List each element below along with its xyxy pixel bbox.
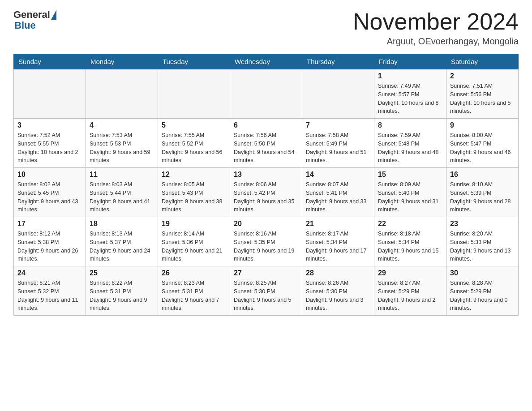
day-info: Sunrise: 8:23 AM Sunset: 5:31 PM Dayligh… <box>162 279 226 313</box>
calendar-cell: 21Sunrise: 8:17 AM Sunset: 5:34 PM Dayli… <box>302 217 374 266</box>
day-info: Sunrise: 7:51 AM Sunset: 5:56 PM Dayligh… <box>450 82 515 116</box>
logo: General Blue <box>13 9 56 31</box>
day-number: 3 <box>17 121 82 129</box>
day-info: Sunrise: 8:00 AM Sunset: 5:47 PM Dayligh… <box>450 131 515 165</box>
column-header-tuesday: Tuesday <box>158 54 230 69</box>
calendar-cell <box>302 69 374 119</box>
day-number: 14 <box>306 171 370 179</box>
day-number: 28 <box>306 269 370 277</box>
calendar-cell: 4Sunrise: 7:53 AM Sunset: 5:53 PM Daylig… <box>86 119 158 168</box>
day-info: Sunrise: 8:22 AM Sunset: 5:31 PM Dayligh… <box>90 279 154 313</box>
day-number: 10 <box>17 171 82 179</box>
day-number: 22 <box>378 220 442 228</box>
calendar-cell: 28Sunrise: 8:26 AM Sunset: 5:30 PM Dayli… <box>302 266 374 316</box>
column-header-monday: Monday <box>86 54 158 69</box>
day-number: 27 <box>234 269 298 277</box>
calendar-cell: 17Sunrise: 8:12 AM Sunset: 5:38 PM Dayli… <box>14 217 86 266</box>
day-number: 25 <box>90 269 154 277</box>
column-header-thursday: Thursday <box>302 54 374 69</box>
calendar-cell: 7Sunrise: 7:58 AM Sunset: 5:49 PM Daylig… <box>302 119 374 168</box>
day-info: Sunrise: 8:17 AM Sunset: 5:34 PM Dayligh… <box>306 230 370 263</box>
day-info: Sunrise: 7:53 AM Sunset: 5:53 PM Dayligh… <box>90 131 154 165</box>
day-info: Sunrise: 8:16 AM Sunset: 5:35 PM Dayligh… <box>234 230 298 263</box>
logo-general-text: General <box>13 9 50 21</box>
calendar-cell: 16Sunrise: 8:10 AM Sunset: 5:39 PM Dayli… <box>446 168 519 217</box>
calendar-week-row: 1Sunrise: 7:49 AM Sunset: 5:57 PM Daylig… <box>14 69 519 119</box>
day-number: 16 <box>450 171 515 179</box>
calendar-cell: 8Sunrise: 7:59 AM Sunset: 5:48 PM Daylig… <box>374 119 446 168</box>
calendar-cell: 22Sunrise: 8:18 AM Sunset: 5:34 PM Dayli… <box>374 217 446 266</box>
calendar-cell <box>14 69 86 119</box>
calendar-cell <box>86 69 158 119</box>
calendar-cell <box>230 69 302 119</box>
day-number: 18 <box>90 220 154 228</box>
logo-triangle-icon <box>51 10 56 20</box>
day-number: 6 <box>234 121 298 129</box>
calendar-cell: 10Sunrise: 8:02 AM Sunset: 5:45 PM Dayli… <box>14 168 86 217</box>
calendar-cell: 18Sunrise: 8:13 AM Sunset: 5:37 PM Dayli… <box>86 217 158 266</box>
day-number: 24 <box>17 269 82 277</box>
day-number: 17 <box>17 220 82 228</box>
day-info: Sunrise: 8:21 AM Sunset: 5:32 PM Dayligh… <box>17 279 82 313</box>
calendar-cell: 15Sunrise: 8:09 AM Sunset: 5:40 PM Dayli… <box>374 168 446 217</box>
day-info: Sunrise: 8:06 AM Sunset: 5:42 PM Dayligh… <box>234 180 298 214</box>
day-info: Sunrise: 8:20 AM Sunset: 5:33 PM Dayligh… <box>450 230 515 263</box>
calendar-header-row: SundayMondayTuesdayWednesdayThursdayFrid… <box>14 54 519 69</box>
day-number: 4 <box>90 121 154 129</box>
day-info: Sunrise: 8:27 AM Sunset: 5:29 PM Dayligh… <box>378 279 442 313</box>
calendar-week-row: 24Sunrise: 8:21 AM Sunset: 5:32 PM Dayli… <box>14 266 519 316</box>
day-info: Sunrise: 8:12 AM Sunset: 5:38 PM Dayligh… <box>17 230 82 263</box>
day-number: 1 <box>378 72 442 80</box>
subtitle: Arguut, OEvoerhangay, Mongolia <box>353 36 519 47</box>
day-number: 23 <box>450 220 515 228</box>
day-info: Sunrise: 7:52 AM Sunset: 5:55 PM Dayligh… <box>17 131 82 165</box>
day-number: 11 <box>90 171 154 179</box>
day-number: 5 <box>162 121 226 129</box>
day-number: 8 <box>378 121 442 129</box>
day-info: Sunrise: 8:26 AM Sunset: 5:30 PM Dayligh… <box>306 279 370 313</box>
day-info: Sunrise: 8:14 AM Sunset: 5:36 PM Dayligh… <box>162 230 226 263</box>
column-header-saturday: Saturday <box>446 54 519 69</box>
day-number: 29 <box>378 269 442 277</box>
day-info: Sunrise: 7:58 AM Sunset: 5:49 PM Dayligh… <box>306 131 370 165</box>
header: General Blue November 2024 Arguut, OEvoe… <box>13 9 519 47</box>
day-info: Sunrise: 8:07 AM Sunset: 5:41 PM Dayligh… <box>306 180 370 214</box>
calendar-cell: 1Sunrise: 7:49 AM Sunset: 5:57 PM Daylig… <box>374 69 446 119</box>
calendar-cell: 13Sunrise: 8:06 AM Sunset: 5:42 PM Dayli… <box>230 168 302 217</box>
logo-blue-text: Blue <box>14 20 36 31</box>
calendar-cell: 5Sunrise: 7:55 AM Sunset: 5:52 PM Daylig… <box>158 119 230 168</box>
calendar-cell: 30Sunrise: 8:28 AM Sunset: 5:29 PM Dayli… <box>446 266 519 316</box>
day-info: Sunrise: 7:56 AM Sunset: 5:50 PM Dayligh… <box>234 131 298 165</box>
title-area: November 2024 Arguut, OEvoerhangay, Mong… <box>353 9 519 47</box>
calendar-week-row: 10Sunrise: 8:02 AM Sunset: 5:45 PM Dayli… <box>14 168 519 217</box>
day-info: Sunrise: 8:09 AM Sunset: 5:40 PM Dayligh… <box>378 180 442 214</box>
calendar-body: 1Sunrise: 7:49 AM Sunset: 5:57 PM Daylig… <box>14 69 519 316</box>
day-info: Sunrise: 8:25 AM Sunset: 5:30 PM Dayligh… <box>234 279 298 313</box>
calendar-cell: 12Sunrise: 8:05 AM Sunset: 5:43 PM Dayli… <box>158 168 230 217</box>
calendar-cell: 14Sunrise: 8:07 AM Sunset: 5:41 PM Dayli… <box>302 168 374 217</box>
day-info: Sunrise: 8:03 AM Sunset: 5:44 PM Dayligh… <box>90 180 154 214</box>
column-header-friday: Friday <box>374 54 446 69</box>
calendar-cell: 20Sunrise: 8:16 AM Sunset: 5:35 PM Dayli… <box>230 217 302 266</box>
calendar-cell: 29Sunrise: 8:27 AM Sunset: 5:29 PM Dayli… <box>374 266 446 316</box>
day-number: 9 <box>450 121 515 129</box>
day-number: 20 <box>234 220 298 228</box>
calendar-cell: 9Sunrise: 8:00 AM Sunset: 5:47 PM Daylig… <box>446 119 519 168</box>
calendar-cell: 6Sunrise: 7:56 AM Sunset: 5:50 PM Daylig… <box>230 119 302 168</box>
column-header-sunday: Sunday <box>14 54 86 69</box>
calendar-cell: 24Sunrise: 8:21 AM Sunset: 5:32 PM Dayli… <box>14 266 86 316</box>
column-header-wednesday: Wednesday <box>230 54 302 69</box>
calendar-cell: 26Sunrise: 8:23 AM Sunset: 5:31 PM Dayli… <box>158 266 230 316</box>
day-info: Sunrise: 8:02 AM Sunset: 5:45 PM Dayligh… <box>17 180 82 214</box>
day-number: 15 <box>378 171 442 179</box>
calendar-cell: 3Sunrise: 7:52 AM Sunset: 5:55 PM Daylig… <box>14 119 86 168</box>
day-number: 26 <box>162 269 226 277</box>
day-info: Sunrise: 7:49 AM Sunset: 5:57 PM Dayligh… <box>378 82 442 116</box>
calendar-cell: 23Sunrise: 8:20 AM Sunset: 5:33 PM Dayli… <box>446 217 519 266</box>
calendar-table: SundayMondayTuesdayWednesdayThursdayFrid… <box>13 54 519 316</box>
calendar-cell: 27Sunrise: 8:25 AM Sunset: 5:30 PM Dayli… <box>230 266 302 316</box>
calendar-cell: 11Sunrise: 8:03 AM Sunset: 5:44 PM Dayli… <box>86 168 158 217</box>
day-number: 30 <box>450 269 515 277</box>
main-title: November 2024 <box>353 9 519 34</box>
day-info: Sunrise: 8:10 AM Sunset: 5:39 PM Dayligh… <box>450 180 515 214</box>
